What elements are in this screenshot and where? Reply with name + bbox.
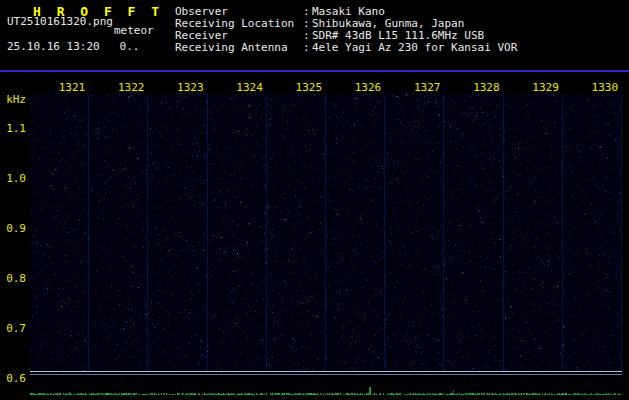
x-tick-label: 1330 bbox=[563, 81, 622, 93]
signal-strip-canvas bbox=[30, 377, 622, 395]
x-tick-label: 1328 bbox=[444, 81, 503, 93]
x-tick-label: 1323 bbox=[148, 81, 207, 93]
info-separator: : bbox=[303, 41, 310, 54]
y-axis-unit: kHz bbox=[6, 93, 26, 106]
y-tick-label: 0.7 bbox=[6, 322, 26, 335]
x-tick-label: 1327 bbox=[385, 81, 444, 93]
x-tick-label: 1321 bbox=[30, 81, 89, 93]
x-tick-label: 1322 bbox=[89, 81, 148, 93]
x-tick-label: 1329 bbox=[504, 81, 563, 93]
info-value-antenna: 4ele Yagi Az 230 for Kansai VOR bbox=[312, 41, 517, 54]
spectrogram-canvas bbox=[30, 94, 622, 371]
info-row-antenna: Receiving Antenna : 4ele Yagi Az 230 for… bbox=[0, 41, 629, 53]
x-tick-label: 1326 bbox=[326, 81, 385, 93]
y-tick-label: 0.9 bbox=[6, 222, 26, 235]
y-tick-label: 1.0 bbox=[6, 172, 26, 185]
y-axis-labels: kHz 1.1 1.0 0.9 0.8 0.7 0.6 bbox=[0, 0, 28, 400]
y-tick-label: 0.8 bbox=[6, 272, 26, 285]
y-tick-label: 0.6 bbox=[6, 372, 26, 385]
y-tick-label: 1.1 bbox=[6, 122, 26, 135]
info-label-antenna: Receiving Antenna bbox=[175, 41, 288, 54]
hrofft-output: H R O F F T UT2510161320.png meteor 25.1… bbox=[0, 0, 629, 400]
info-row-location: Receiving Location : Shibukawa, Gunma, J… bbox=[0, 17, 629, 29]
x-tick-label: 1324 bbox=[208, 81, 267, 93]
info-row-receiver: Receiver : SDR# 43dB L15 111.6MHz USB bbox=[0, 29, 629, 41]
x-tick-label: 1325 bbox=[267, 81, 326, 93]
level-line-dim bbox=[30, 374, 622, 375]
level-line-bright bbox=[30, 371, 622, 372]
x-axis-labels: 1321 1322 1323 1324 1325 1326 1327 1328 … bbox=[30, 81, 622, 93]
header-separator-line bbox=[0, 70, 629, 72]
info-row-observer: Observer : Masaki Kano bbox=[0, 5, 629, 17]
